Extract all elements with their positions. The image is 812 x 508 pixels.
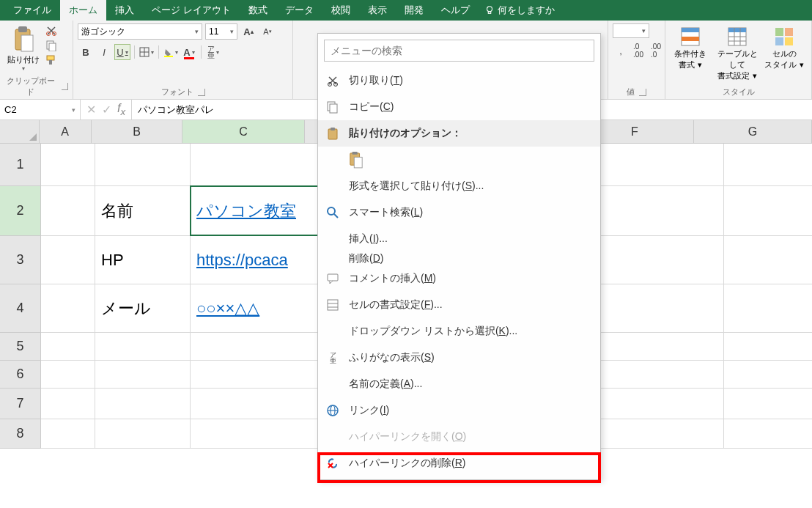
col-header-B[interactable]: B xyxy=(92,120,183,143)
font-name-combo[interactable]: 游ゴシック▾ xyxy=(78,23,202,40)
tell-me-search[interactable]: 何をしますか xyxy=(479,0,561,21)
row-header-6[interactable]: 6 xyxy=(0,361,41,389)
cell-B8[interactable] xyxy=(95,419,191,448)
cell-B6[interactable] xyxy=(95,361,191,388)
decrease-decimal-button[interactable]: .00.0 xyxy=(648,43,664,59)
font-size-combo[interactable]: 11▾ xyxy=(205,23,237,40)
context-menu-search-input[interactable] xyxy=(324,40,594,62)
ctx-paste-special[interactable]: 形式を選択して貼り付け(S)... xyxy=(318,173,600,199)
tab-review[interactable]: 校閲 xyxy=(322,0,359,21)
tab-home[interactable]: ホーム xyxy=(60,0,106,21)
comma-style-button[interactable]: , xyxy=(613,43,629,59)
cell-B7[interactable] xyxy=(95,389,191,419)
tab-data[interactable]: データ xyxy=(276,0,322,21)
cell-B5[interactable] xyxy=(95,333,191,360)
ctx-copy[interactable]: コピー(C) xyxy=(318,94,600,120)
ctx-show-phonetic[interactable]: ア亜 ふりがなの表示(S) xyxy=(318,345,600,371)
cell-F4[interactable] xyxy=(601,284,724,332)
row-header-5[interactable]: 5 xyxy=(0,333,41,361)
cell-F5[interactable] xyxy=(601,333,724,360)
cell-B3[interactable]: HP xyxy=(95,236,191,284)
tab-developer[interactable]: 開発 xyxy=(396,0,432,21)
cell-C3[interactable]: https://pcaca xyxy=(191,236,318,284)
bold-button[interactable]: B xyxy=(78,44,94,60)
number-dialog-launcher[interactable] xyxy=(639,89,646,96)
cell-F6[interactable] xyxy=(601,361,724,388)
cell-B1[interactable] xyxy=(95,144,191,185)
cell-G1[interactable] xyxy=(724,144,812,185)
cell-F3[interactable] xyxy=(601,236,724,284)
ctx-link[interactable]: リンク(I) xyxy=(318,397,600,424)
paste-button[interactable]: 貼り付け ▾ xyxy=(4,23,43,73)
cell-A1[interactable] xyxy=(41,144,95,185)
context-menu-search[interactable] xyxy=(324,40,594,62)
ctx-define-name[interactable]: 名前の定義(A)... xyxy=(318,371,600,397)
col-header-G[interactable]: G xyxy=(694,120,812,143)
ctx-insert-comment[interactable]: コメントの挿入(M) xyxy=(318,265,600,292)
decrease-font-icon[interactable]: A▾ xyxy=(259,23,276,40)
cell-G6[interactable] xyxy=(724,361,812,388)
underline-button[interactable]: U xyxy=(114,44,130,60)
borders-button[interactable] xyxy=(139,44,155,60)
italic-button[interactable]: I xyxy=(96,44,112,60)
cell-B2[interactable]: 名前 xyxy=(95,186,191,235)
ctx-remove-hyperlink[interactable]: ハイパーリンクの削除(R) xyxy=(318,450,600,476)
cell-A6[interactable] xyxy=(41,361,95,388)
cell-C8[interactable] xyxy=(191,419,318,448)
cancel-formula-icon[interactable]: ✕ xyxy=(86,103,96,117)
cell-styles-button[interactable]: セルの スタイル ▾ xyxy=(764,26,805,70)
select-all-corner[interactable] xyxy=(0,120,40,143)
tab-view[interactable]: 表示 xyxy=(359,0,396,21)
format-painter-icon[interactable] xyxy=(45,54,57,66)
cell-F1[interactable] xyxy=(601,144,724,185)
format-as-table-button[interactable]: テーブルとして 書式設定 ▾ xyxy=(717,26,758,81)
enter-formula-icon[interactable]: ✓ xyxy=(102,103,111,117)
cell-A5[interactable] xyxy=(41,333,95,360)
ctx-dropdown-pick[interactable]: ドロップダウン リストから選択(K)... xyxy=(318,318,600,345)
tab-formulas[interactable]: 数式 xyxy=(240,0,276,21)
cell-B4[interactable]: メール xyxy=(95,284,191,332)
cell-A7[interactable] xyxy=(41,389,95,419)
row-header-2[interactable]: 2 xyxy=(0,186,41,236)
font-dialog-launcher[interactable] xyxy=(198,89,205,96)
ctx-paste-option-default[interactable] xyxy=(318,147,600,173)
tab-insert[interactable]: 挿入 xyxy=(106,0,143,21)
cell-G7[interactable] xyxy=(724,389,812,419)
cell-C6[interactable] xyxy=(191,361,318,388)
ctx-delete[interactable]: 削除(D) xyxy=(318,252,600,265)
cell-A8[interactable] xyxy=(41,419,95,448)
fill-color-button[interactable] xyxy=(163,44,179,60)
row-header-3[interactable]: 3 xyxy=(0,236,41,284)
clipboard-dialog-launcher[interactable] xyxy=(62,83,68,90)
ctx-format-cells[interactable]: セルの書式設定(F)... xyxy=(318,292,600,318)
font-color-button[interactable]: A xyxy=(181,44,197,60)
cell-A4[interactable] xyxy=(41,284,95,332)
tab-page-layout[interactable]: ページ レイアウト xyxy=(143,0,240,21)
cell-C4[interactable]: ○○××△△ xyxy=(191,284,318,332)
row-header-4[interactable]: 4 xyxy=(0,284,41,333)
copy-icon[interactable] xyxy=(45,40,57,51)
ctx-insert[interactable]: 挿入(I)... xyxy=(318,226,600,252)
insert-function-icon[interactable]: fx xyxy=(117,102,125,117)
row-header-7[interactable]: 7 xyxy=(0,389,41,419)
cell-G5[interactable] xyxy=(724,333,812,360)
tab-help[interactable]: ヘルプ xyxy=(432,0,479,21)
cell-C1[interactable] xyxy=(191,144,318,185)
col-header-C[interactable]: C xyxy=(182,120,305,143)
cell-C5[interactable] xyxy=(191,333,318,360)
name-box[interactable]: C2▾ xyxy=(0,100,81,119)
row-header-8[interactable]: 8 xyxy=(0,419,41,449)
cell-G2[interactable] xyxy=(724,186,812,235)
cell-C2[interactable]: パソコン教室 xyxy=(191,186,318,235)
ctx-smart-lookup[interactable]: スマート検索(L) xyxy=(318,199,600,226)
cell-A3[interactable] xyxy=(41,236,95,284)
row-header-1[interactable]: 1 xyxy=(0,144,41,186)
col-header-A[interactable]: A xyxy=(40,120,92,143)
phonetic-button[interactable]: ア亜 xyxy=(205,44,221,60)
cut-icon[interactable] xyxy=(45,25,57,37)
increase-decimal-button[interactable]: .0.00 xyxy=(630,43,646,59)
cell-F7[interactable] xyxy=(601,389,724,419)
cell-G8[interactable] xyxy=(724,419,812,448)
cell-C7[interactable] xyxy=(191,389,318,419)
cell-F2[interactable] xyxy=(601,186,724,235)
